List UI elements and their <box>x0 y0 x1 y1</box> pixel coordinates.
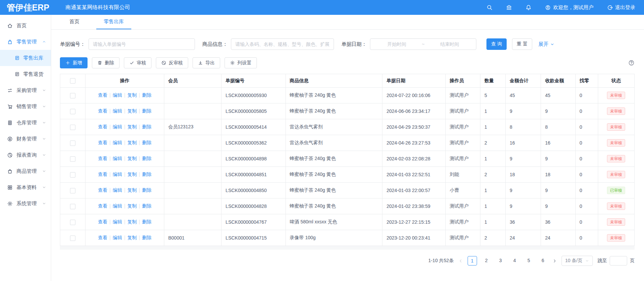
row-action-link[interactable]: 查看 <box>98 219 107 224</box>
row-action-link[interactable]: 编辑 <box>113 219 122 224</box>
row-checkbox[interactable] <box>70 204 75 209</box>
row-action-link[interactable]: 删除 <box>142 156 151 161</box>
row-checkbox[interactable] <box>70 172 75 178</box>
row-checkbox[interactable] <box>70 109 75 114</box>
cell-change: 0 <box>575 88 598 103</box>
row-action-link[interactable]: 编辑 <box>113 140 122 145</box>
row-action-link[interactable]: 删除 <box>142 124 151 129</box>
page-number-4[interactable]: 4 <box>510 256 519 266</box>
help-icon[interactable] <box>628 60 635 66</box>
row-action-link[interactable]: 查看 <box>98 140 107 145</box>
select-all-checkbox[interactable] <box>70 78 75 84</box>
next-page-arrow[interactable] <box>552 259 557 263</box>
row-action-link[interactable]: 编辑 <box>113 203 122 209</box>
row-action-link[interactable]: 查看 <box>98 187 107 193</box>
row-action-link[interactable]: 复制 <box>127 219 137 224</box>
unaudit-button[interactable]: 反审核 <box>156 57 188 68</box>
row-action-link[interactable]: 查看 <box>98 156 107 161</box>
row-checkbox[interactable] <box>70 156 75 162</box>
row-action-link[interactable]: 复制 <box>127 235 137 240</box>
logout-button[interactable]: 退出登录 <box>607 4 635 11</box>
row-action-link[interactable]: 编辑 <box>113 124 122 129</box>
row-action-link[interactable]: 查看 <box>98 124 107 129</box>
sidebar-item-finance[interactable]: 财务管理 <box>0 131 51 147</box>
sidebar-item-warehouse[interactable]: 仓库管理 <box>0 115 51 131</box>
page-number-6[interactable]: 6 <box>538 256 548 266</box>
row-action-link[interactable]: 复制 <box>127 203 137 209</box>
reset-button[interactable]: 重 置 <box>512 38 532 50</box>
row-checkbox[interactable] <box>70 188 75 193</box>
prev-page-arrow[interactable] <box>459 259 463 263</box>
delete-button[interactable]: 删除 <box>92 57 120 68</box>
row-action-link[interactable]: 删除 <box>142 187 151 193</box>
row-action-link[interactable]: 复制 <box>127 187 137 193</box>
row-action-link[interactable]: 查看 <box>98 108 107 114</box>
row-action-link[interactable]: 复制 <box>127 171 137 177</box>
user-menu[interactable]: 欢迎您，测试用户 <box>545 4 594 11</box>
row-checkbox[interactable] <box>70 140 75 146</box>
row-action-link[interactable]: 编辑 <box>113 156 122 161</box>
row-action-link[interactable]: 删除 <box>142 203 151 209</box>
bank-icon[interactable] <box>506 4 512 10</box>
sidebar-subitem-0[interactable]: 零售出库 <box>0 50 51 66</box>
tab-1[interactable]: 零售出库 <box>96 15 131 29</box>
audit-button[interactable]: 审核 <box>124 57 151 68</box>
row-checkbox[interactable] <box>70 93 75 98</box>
row-action-link[interactable]: 删除 <box>142 108 151 114</box>
row-action-link[interactable]: 复制 <box>127 140 137 145</box>
search-icon[interactable] <box>486 4 493 10</box>
sidebar-item-basic[interactable]: 基本资料 <box>0 179 51 195</box>
page-size-select[interactable]: 10 条/页 <box>562 256 593 266</box>
page-number-1[interactable]: 1 <box>468 256 477 266</box>
row-action-link[interactable]: 删除 <box>142 140 151 145</box>
row-checkbox[interactable] <box>70 236 75 241</box>
sidebar-item-report[interactable]: 报表查询 <box>0 147 51 163</box>
tab-0[interactable]: 首页 <box>62 15 87 29</box>
export-button[interactable]: 导出 <box>193 57 220 68</box>
add-button[interactable]: 新增 <box>60 57 88 68</box>
search-button[interactable]: 查 询 <box>486 38 507 50</box>
row-checkbox[interactable] <box>70 125 75 130</box>
date-end-input[interactable] <box>426 41 473 47</box>
sidebar: 首页零售管理零售出库零售退货采购管理销售管理仓库管理财务管理报表查询商品管理基本… <box>0 15 51 281</box>
sidebar-item-home[interactable]: 首页 <box>0 18 51 34</box>
row-action-link[interactable]: 复制 <box>127 156 137 161</box>
column-settings-button[interactable]: 列设置 <box>225 57 257 68</box>
row-action-link[interactable]: 删除 <box>142 92 151 98</box>
row-action-link[interactable]: 复制 <box>127 124 137 129</box>
expand-filters-link[interactable]: 展开 <box>538 41 554 48</box>
cell-bill_no: LSCK00000004828 <box>222 198 285 214</box>
page-number-5[interactable]: 5 <box>524 256 534 266</box>
row-action-link[interactable]: 删除 <box>142 171 151 177</box>
row-action-link[interactable]: 编辑 <box>113 171 122 177</box>
row-checkbox[interactable] <box>70 220 75 225</box>
date-start-input[interactable] <box>373 41 420 47</box>
row-action-link[interactable]: 删除 <box>142 219 151 224</box>
page-number-3[interactable]: 3 <box>496 256 505 266</box>
horizontal-scrollbar-track[interactable] <box>60 246 635 250</box>
row-action-link[interactable]: 复制 <box>127 108 137 114</box>
bill-no-input[interactable] <box>89 38 195 50</box>
row-action-link[interactable]: 编辑 <box>113 108 122 114</box>
row-action-link[interactable]: 查看 <box>98 171 107 177</box>
row-action-link[interactable]: 查看 <box>98 203 107 209</box>
jump-to-input[interactable] <box>610 256 627 266</box>
row-action-link[interactable]: 删除 <box>142 235 151 240</box>
sidebar-item-purchase[interactable]: 采购管理 <box>0 82 51 98</box>
records-table: 操作会员单据编号商品信息单据日期操作员数量金额合计收款金额找零状态查看|编辑|复… <box>60 74 635 246</box>
notification-bell-icon[interactable] <box>526 4 532 10</box>
sidebar-item-sales[interactable]: 销售管理 <box>0 98 51 115</box>
row-action-link[interactable]: 复制 <box>127 92 137 98</box>
page-number-2[interactable]: 2 <box>482 256 491 266</box>
sidebar-item-system[interactable]: 系统管理 <box>0 195 51 212</box>
row-action-link[interactable]: 编辑 <box>113 187 122 193</box>
sidebar-item-goods[interactable]: 商品管理 <box>0 163 51 179</box>
sidebar-item-retail[interactable]: 零售管理 <box>0 34 51 50</box>
product-info-input[interactable] <box>231 38 334 50</box>
row-action-link[interactable]: 编辑 <box>113 235 122 240</box>
row-action-link[interactable]: 查看 <box>98 92 107 98</box>
row-action-link[interactable]: 编辑 <box>113 92 122 98</box>
sidebar-subitem-1[interactable]: 零售退货 <box>0 66 51 82</box>
row-action-link[interactable]: 查看 <box>98 235 107 240</box>
date-range-picker[interactable]: ~ <box>370 38 476 50</box>
